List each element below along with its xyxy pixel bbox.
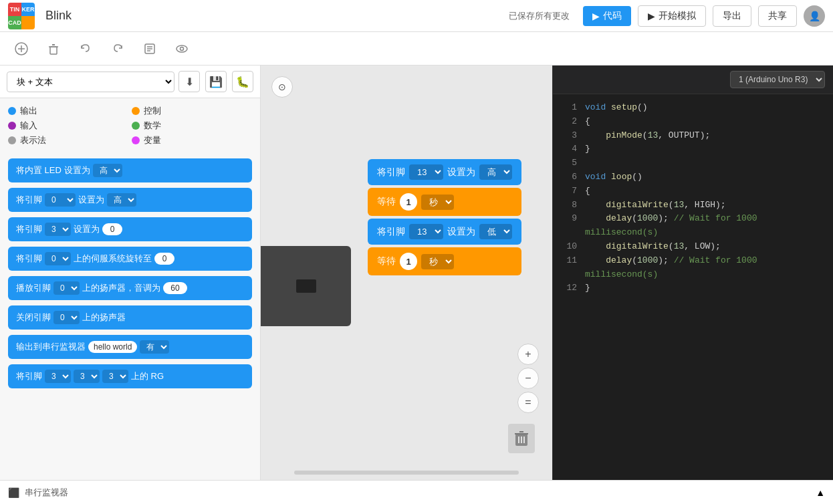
- logo-cell-3: CAD: [8, 16, 21, 29]
- block-set-pin-1[interactable]: 将引脚 0113 设置为 高低: [8, 188, 252, 212]
- canvas-unit2-dropdown[interactable]: 秒: [421, 254, 454, 269]
- serial-monitor-label[interactable]: 串行监视器: [25, 487, 68, 499]
- canvas-val1-dropdown[interactable]: 高: [479, 164, 512, 180]
- rgb-g-dropdown[interactable]: 3: [74, 370, 100, 383]
- code-line-3: 3 pinMode(13, OUTPUT);: [564, 129, 822, 143]
- block-servo[interactable]: 将引脚 0 上的伺服系统旋转至: [8, 247, 252, 271]
- wait1-num: 1: [400, 193, 417, 211]
- canvas-block-4[interactable]: 等待 1 秒: [368, 247, 521, 275]
- category-output[interactable]: 输出: [8, 105, 129, 117]
- canvas-block-1[interactable]: 将引脚 13 设置为 高: [368, 159, 521, 185]
- sidebar: 块 + 文本 块 文本 ⬇ 💾 🐛 输出 控制 输入: [0, 66, 261, 480]
- serial-monitor-icon: ⬛: [8, 487, 19, 498]
- notes-button[interactable]: [139, 38, 160, 59]
- visibility-button[interactable]: [171, 38, 193, 59]
- category-notation[interactable]: 表示法: [8, 134, 129, 146]
- code-line-1: 1 void setup(): [564, 101, 822, 115]
- pin1-value-dropdown[interactable]: 高低: [107, 193, 136, 207]
- app-title: Blink: [45, 9, 271, 23]
- blocks-canvas: 将引脚 13 设置为 高 等待 1 秒 将引脚 13 设置为 低 等待 1: [368, 159, 521, 275]
- output-dot: [8, 107, 16, 115]
- svg-point-11: [181, 47, 184, 50]
- expand-button[interactable]: ▲: [816, 487, 825, 498]
- logo-cell-4: [21, 16, 35, 29]
- zoom-in-button[interactable]: +: [517, 344, 539, 365]
- user-avatar[interactable]: 👤: [804, 5, 825, 27]
- block-speaker[interactable]: 播放引脚 0 上的扬声器，音调为: [8, 276, 252, 300]
- block-stop-speaker[interactable]: 关闭引脚 0 上的扬声器: [8, 305, 252, 330]
- trash-button[interactable]: [508, 424, 535, 453]
- saved-status: 已保存所有更改: [509, 10, 570, 22]
- bottombar: ⬛ 串行监视器 ▲: [0, 480, 833, 504]
- trash-icon: [46, 41, 61, 56]
- servo-angle-input[interactable]: [154, 253, 174, 265]
- pin2-value-input[interactable]: [102, 223, 122, 235]
- category-control[interactable]: 控制: [132, 105, 253, 117]
- code-line-12: 12 }: [564, 281, 822, 295]
- led-value-dropdown[interactable]: 高低: [93, 164, 122, 177]
- usb-device: [261, 246, 351, 326]
- block-rgb[interactable]: 将引脚 3 3 3 上的 RG: [8, 364, 252, 388]
- redo-icon: [110, 41, 125, 56]
- logo-cell-2: KER: [21, 3, 35, 16]
- category-variable[interactable]: 变量: [132, 134, 253, 146]
- zoom-reset-button[interactable]: =: [517, 392, 539, 413]
- mode-selector[interactable]: 块 + 文本 块 文本: [7, 72, 174, 92]
- zoom-out-button[interactable]: −: [517, 368, 539, 389]
- redo-button[interactable]: [107, 38, 128, 59]
- serial-text-pill: hello world: [88, 341, 137, 353]
- canvas-unit1-dropdown[interactable]: 秒: [421, 195, 454, 210]
- share-button[interactable]: 共享: [758, 5, 797, 27]
- eye-icon: [174, 41, 189, 56]
- usb-port: [296, 279, 316, 293]
- code-line-11: 11 delay(1000); // Wait for 1000 millise…: [564, 254, 822, 282]
- code-line-7: 7 {: [564, 184, 822, 199]
- code-button[interactable]: ▶ 代码: [583, 6, 631, 26]
- download-button[interactable]: ⬇: [178, 71, 200, 92]
- canvas-scrollbar[interactable]: [294, 471, 519, 475]
- wait2-num: 1: [400, 253, 417, 270]
- block-serial-print[interactable]: 输出到串行监视器 hello world 有无: [8, 335, 252, 359]
- code-line-10: 10 digitalWrite(13, LOW);: [564, 240, 822, 254]
- export-button[interactable]: 导出: [713, 5, 751, 27]
- logo: TIN KER CAD: [8, 3, 35, 29]
- stop-speaker-pin-dropdown[interactable]: 0: [53, 311, 80, 324]
- notes-icon: [142, 41, 157, 56]
- center-view-button[interactable]: ⊙: [271, 76, 293, 98]
- category-input[interactable]: 输入: [8, 120, 129, 132]
- pin1-dropdown[interactable]: 0113: [45, 193, 76, 207]
- rgb-b-dropdown[interactable]: 3: [102, 370, 128, 383]
- canvas-pin2-dropdown[interactable]: 13: [409, 224, 443, 239]
- serial-newline-dropdown[interactable]: 有无: [140, 340, 169, 354]
- pin2-dropdown[interactable]: 30: [45, 223, 71, 236]
- add-shape-button[interactable]: [11, 38, 32, 59]
- canvas-block-3[interactable]: 将引脚 13 设置为 低: [368, 219, 521, 245]
- code-line-9: 9 delay(1000); // Wait for 1000 millisec…: [564, 212, 822, 240]
- delete-button[interactable]: [43, 38, 64, 59]
- canvas-pin1-dropdown[interactable]: 13: [409, 164, 443, 180]
- board-selector[interactable]: 1 (Arduino Uno R3): [730, 71, 825, 88]
- main-area: 块 + 文本 块 文本 ⬇ 💾 🐛 输出 控制 输入: [0, 66, 833, 480]
- input-dot: [8, 122, 16, 130]
- play-icon: ▶: [648, 11, 655, 21]
- undo-button[interactable]: [75, 38, 96, 59]
- logo-box: TIN KER CAD: [8, 3, 35, 29]
- control-dot: [132, 107, 140, 115]
- rgb-r-dropdown[interactable]: 3: [45, 370, 71, 383]
- canvas-block-2[interactable]: 等待 1 秒: [368, 188, 521, 216]
- category-math[interactable]: 数学: [132, 120, 253, 132]
- canvas-val2-dropdown[interactable]: 低: [479, 224, 512, 239]
- add-icon: [14, 41, 29, 56]
- servo-pin-dropdown[interactable]: 0: [45, 252, 71, 265]
- block-set-led[interactable]: 将内置 LED 设置为 高低: [8, 158, 252, 182]
- simulate-button[interactable]: ▶ 开始模拟: [638, 5, 706, 27]
- canvas-area[interactable]: ⊙ 将引脚 13 设置为 高 等待 1 秒 将引脚 13 设置为 低: [261, 66, 552, 480]
- upload-button[interactable]: 💾: [205, 71, 227, 92]
- math-dot: [132, 122, 140, 130]
- block-list: 将内置 LED 设置为 高低 将引脚 0113 设置为 高低 将引脚 30 设置…: [0, 153, 260, 480]
- bug-button[interactable]: 🐛: [232, 71, 253, 92]
- block-set-pin-2[interactable]: 将引脚 30 设置为: [8, 217, 252, 241]
- sidebar-tools: ⬇ 💾 🐛: [178, 71, 253, 92]
- speaker-pin-dropdown[interactable]: 0: [53, 281, 80, 295]
- speaker-tone-input[interactable]: [163, 282, 187, 294]
